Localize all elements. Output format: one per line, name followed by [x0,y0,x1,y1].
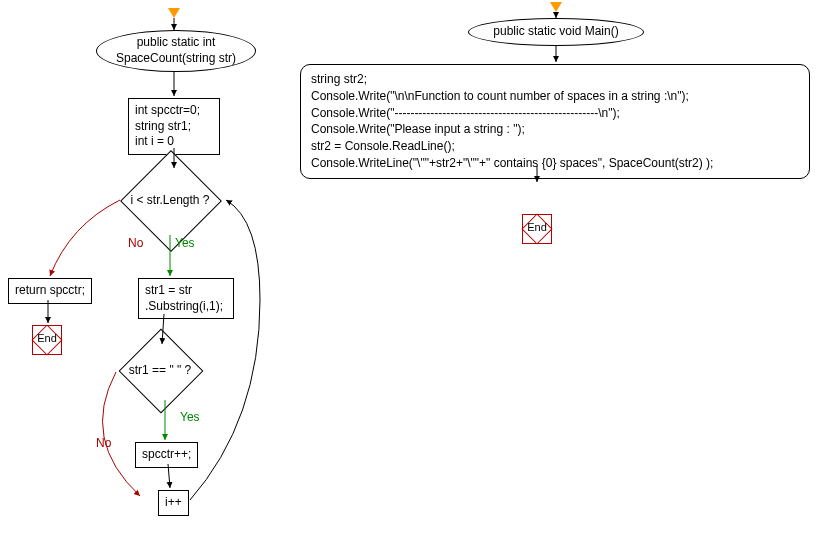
svg-line-7 [168,464,170,488]
func-signature-ellipse: public static int SpaceCount(string str) [96,30,256,72]
decision-space: str1 == " " ? [100,346,220,394]
body-line-2: Console.Write("\n\nFunction to count num… [311,88,799,105]
inc-text: spcctr++; [142,447,191,461]
func-signature-text: public static int SpaceCount(string str) [116,35,236,66]
label-no-1: No [128,236,143,250]
label-yes-2: Yes [180,410,200,424]
main-signature-text: public static void Main() [493,24,618,40]
init-block-rect: int spcctr=0; string str1; int i = 0 [128,98,220,155]
decision-length-text: i < str.Length ? [126,193,213,207]
return-text: return spcctr; [15,283,85,297]
label-yes-1: Yes [175,236,195,250]
iinc-text: i++ [165,495,182,509]
assign-text: str1 = str .Substring(i,1); [145,283,223,313]
start-marker-right [550,2,562,12]
end-text-right: End [522,221,552,233]
assign-rect: str1 = str .Substring(i,1); [138,278,234,319]
inc-rect: spcctr++; [135,442,198,468]
start-marker-left [168,8,180,18]
body-line-1: string str2; [311,71,799,88]
main-body-block: string str2; Console.Write("\n\nFunction… [300,64,810,179]
end-symbol-right: End [522,214,552,244]
return-rect: return spcctr; [8,278,92,304]
decision-space-text: str1 == " " ? [125,363,196,377]
main-signature-ellipse: public static void Main() [468,18,644,46]
body-line-5: str2 = Console.ReadLine(); [311,138,799,155]
end-text-left: End [32,332,62,344]
iinc-rect: i++ [158,490,189,516]
body-line-3: Console.Write("-------------------------… [311,105,799,122]
end-symbol-left: End [32,325,62,355]
body-line-4: Console.Write("Please input a string : "… [311,121,799,138]
decision-length: i < str.Length ? [110,172,230,228]
label-no-2: No [96,436,111,450]
body-line-6: Console.WriteLine("\""+str2+"\""+" conta… [311,155,799,172]
init-block-text: int spcctr=0; string str1; int i = 0 [135,103,200,148]
